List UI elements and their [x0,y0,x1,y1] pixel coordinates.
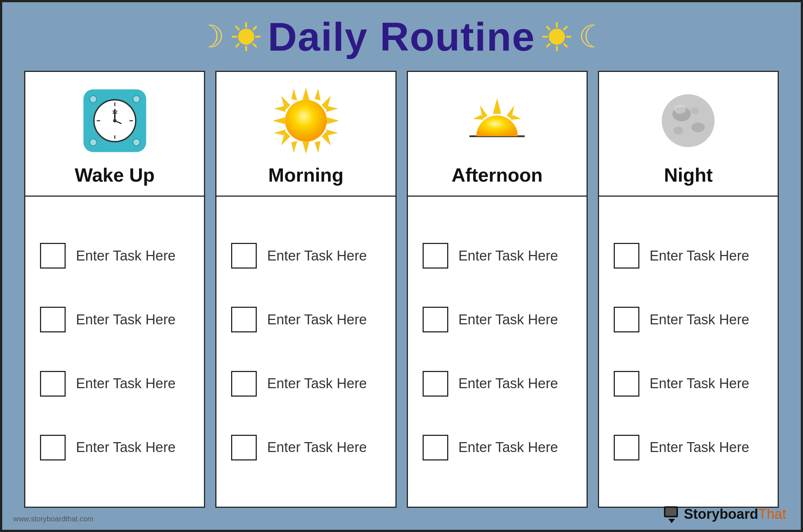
svg-point-21 [90,139,96,146]
task-row: Enter Task Here [231,435,380,460]
col-header-wake-up: 12 Wake Up [25,72,204,197]
col-body-morning: Enter Task Here Enter Task Here Enter Ta… [216,197,395,507]
task-row: Enter Task Here [231,371,380,397]
task-checkbox[interactable] [423,307,448,332]
task-checkbox[interactable] [614,371,639,397]
svg-line-17 [547,44,550,47]
svg-point-22 [133,139,140,146]
svg-point-48 [285,100,327,142]
afternoon-icon [460,84,534,157]
column-morning: Morning Enter Task Here Enter Task Here … [215,71,396,508]
task-checkbox[interactable] [614,435,639,460]
task-row: Enter Task Here [423,243,572,269]
header-left-sun-icon [231,22,261,52]
svg-marker-51 [493,98,501,113]
svg-marker-35 [327,117,339,124]
task-checkbox[interactable] [231,435,257,460]
task-row: Enter Task Here [40,435,189,460]
task-label[interactable]: Enter Task Here [459,376,558,391]
col-label-afternoon: Afternoon [452,164,543,186]
task-label[interactable]: Enter Task Here [76,440,176,455]
task-label[interactable]: Enter Task Here [267,248,367,264]
svg-marker-64 [668,519,675,523]
header-right-sun-icon [542,22,572,52]
svg-marker-44 [326,106,338,112]
svg-marker-55 [511,115,521,120]
task-row: Enter Task Here [614,307,763,332]
svg-rect-63 [665,508,676,516]
task-label[interactable]: Enter Task Here [76,312,176,328]
svg-marker-34 [273,117,285,124]
header-left-moon-icon: ☽ [197,21,225,52]
col-header-night: Night [599,72,778,197]
svg-marker-45 [326,129,338,135]
task-checkbox[interactable] [40,243,66,269]
footer-brand: StoryboardThat [663,505,786,523]
task-label[interactable]: Enter Task Here [459,312,558,328]
svg-point-61 [674,104,686,113]
svg-marker-40 [291,88,297,100]
svg-line-16 [564,27,567,29]
task-label[interactable]: Enter Task Here [267,440,367,455]
svg-point-0 [238,29,254,45]
task-label[interactable]: Enter Task Here [459,248,558,264]
task-checkbox[interactable] [40,371,66,397]
column-night: Night Enter Task Here Enter Task Here En… [598,71,779,508]
col-header-afternoon: Afternoon [408,72,587,197]
col-body-night: Enter Task Here Enter Task Here Enter Ta… [599,197,778,507]
task-checkbox[interactable] [614,243,639,269]
col-label-night: Night [664,164,713,186]
task-row: Enter Task Here [231,307,380,332]
wake-up-icon: 12 [78,84,152,157]
task-checkbox[interactable] [423,243,448,269]
task-checkbox[interactable] [423,371,448,397]
task-checkbox[interactable] [614,307,639,332]
svg-marker-32 [302,87,309,99]
svg-point-20 [133,95,140,102]
task-label[interactable]: Enter Task Here [650,248,749,264]
task-label[interactable]: Enter Task Here [76,376,176,391]
col-label-wake-up: Wake Up [75,164,155,186]
task-checkbox[interactable] [423,435,448,460]
task-label[interactable]: Enter Task Here [650,440,749,455]
svg-line-7 [253,27,256,29]
task-checkbox[interactable] [231,371,257,397]
task-label[interactable]: Enter Task Here [650,376,749,391]
svg-point-19 [90,95,96,102]
task-checkbox[interactable] [40,435,66,460]
page-wrapper: ☽ Daily Routine [2,2,801,530]
svg-marker-47 [315,141,321,153]
brand-icon [663,505,681,523]
page-header: ☽ Daily Routine [24,2,779,71]
task-label[interactable]: Enter Task Here [267,312,367,328]
svg-point-60 [691,108,699,114]
task-label[interactable]: Enter Task Here [76,248,176,264]
page-title: Daily Routine [268,13,535,60]
task-row: Enter Task Here [231,243,380,269]
task-row: Enter Task Here [614,435,763,460]
svg-line-6 [253,44,256,47]
task-label[interactable]: Enter Task Here [459,440,558,455]
svg-point-56 [662,94,715,147]
footer-url: www.storyboardthat.com [13,515,94,523]
brand-name: StoryboardThat [684,506,786,522]
task-row: Enter Task Here [614,243,763,269]
col-body-wake-up: Enter Task Here Enter Task Here Enter Ta… [25,197,204,507]
svg-point-9 [549,29,565,45]
svg-point-58 [691,122,705,132]
task-checkbox[interactable] [40,307,66,332]
morning-icon [269,84,343,157]
svg-marker-54 [473,115,483,120]
col-label-morning: Morning [268,164,343,186]
task-checkbox[interactable] [231,243,257,269]
svg-marker-33 [302,142,309,154]
task-label[interactable]: Enter Task Here [650,312,749,328]
columns-container: 12 Wake Up Enter Task Here Enter Task He… [24,71,779,508]
task-label[interactable]: Enter Task Here [267,376,367,391]
task-row: Enter Task Here [40,243,189,269]
svg-marker-46 [291,141,297,153]
task-row: Enter Task Here [423,307,572,332]
svg-point-30 [113,119,117,123]
task-checkbox[interactable] [231,307,257,332]
task-row: Enter Task Here [614,371,763,397]
